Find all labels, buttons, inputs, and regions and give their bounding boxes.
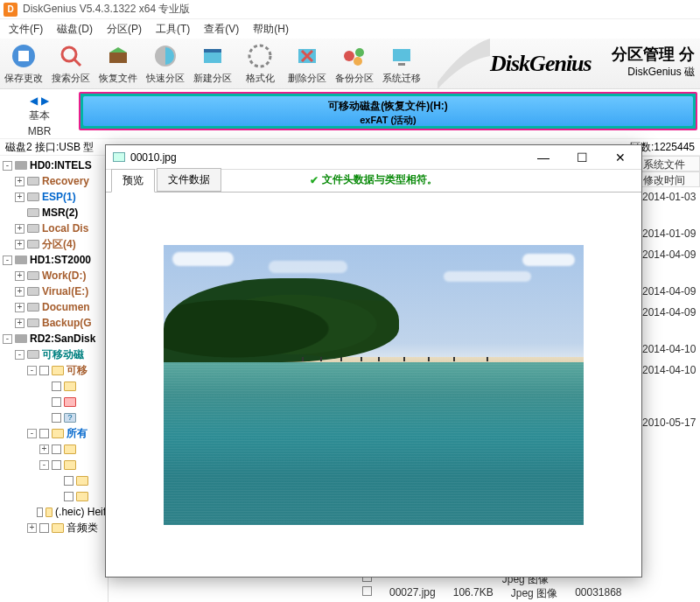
tree-node[interactable]: +Recovery (0, 173, 108, 189)
tree-label: Recovery (42, 175, 89, 187)
checkbox[interactable] (39, 366, 49, 375)
tree-node[interactable]: +Local Dis (0, 220, 108, 236)
partition-strip[interactable]: 可移动磁盘(恢复文件)(H:) exFAT (活动) (79, 89, 700, 138)
checkbox[interactable] (52, 382, 61, 391)
menu-4[interactable]: 查看(V) (199, 20, 244, 38)
toolbar-migrate-button[interactable]: 系统迁移 (378, 38, 425, 88)
tree-node[interactable]: + (0, 441, 108, 457)
col-mtime[interactable]: 修改时间 (639, 172, 700, 187)
menu-3[interactable]: 工具(T) (150, 20, 195, 38)
toolbar-save-button[interactable]: 保存更改 (0, 38, 47, 88)
minimize-button[interactable]: — (524, 145, 563, 170)
tree-node[interactable]: -可移动磁 (0, 346, 108, 362)
tab-preview[interactable]: 预览 (111, 169, 155, 192)
expand-icon[interactable]: - (3, 256, 12, 265)
nav-next-icon[interactable]: ▶ (41, 94, 49, 107)
vol-icon (27, 240, 39, 248)
expand-icon[interactable]: + (15, 287, 24, 297)
tree-label: RD2:SanDisk (30, 332, 95, 345)
checkbox[interactable] (37, 508, 43, 517)
file-date: 2014-04-09 (639, 303, 700, 324)
toolbar-format-button[interactable]: 格式化 (236, 38, 284, 88)
tree-node[interactable]: MSR(2) (0, 205, 108, 220)
tree-node[interactable]: +Work(D:) (0, 268, 108, 284)
expand-icon[interactable]: - (3, 334, 12, 344)
file-date: 2010-05-17 (639, 413, 700, 434)
tree-node[interactable]: ? (0, 410, 108, 425)
preview-titlebar[interactable]: 00010.jpg — ☐ ✕ (106, 145, 641, 170)
menu-2[interactable]: 分区(P) (102, 20, 147, 38)
svg-rect-2 (109, 52, 127, 63)
nav-prev-icon[interactable]: ◀ (30, 94, 38, 107)
fol-icon (64, 382, 76, 391)
tree-node[interactable] (0, 488, 108, 504)
checkbox[interactable] (52, 413, 61, 423)
toolbar-quick-button[interactable]: 快速分区 (142, 38, 189, 88)
col-sysfile[interactable]: 系统文件 (639, 156, 700, 172)
backup-icon (340, 42, 368, 70)
vol-icon (27, 271, 39, 280)
close-button[interactable]: ✕ (601, 145, 640, 170)
expand-icon[interactable]: + (15, 177, 24, 186)
file-num: 00031868 (575, 586, 621, 600)
checkbox[interactable] (52, 460, 61, 470)
toolbar-backup-button[interactable]: 备份分区 (331, 38, 378, 88)
vol-icon (27, 303, 39, 312)
checkbox[interactable] (362, 586, 372, 596)
expand-icon[interactable]: + (15, 318, 24, 328)
expand-icon[interactable]: + (15, 240, 24, 249)
tree-node[interactable]: +分区(4) (0, 236, 108, 252)
checkbox[interactable] (39, 523, 49, 533)
expand-icon[interactable]: + (27, 523, 37, 533)
tree-node[interactable] (0, 378, 108, 394)
expand-icon[interactable]: - (27, 366, 37, 375)
tree-node[interactable]: (.heic) Heif-Heic 图像 (0, 504, 108, 520)
checkbox[interactable] (64, 492, 74, 501)
disk-tree[interactable]: -HD0:INTELS+Recovery+ESP(1)MSR(2)+Local … (0, 156, 108, 602)
expand-icon[interactable]: + (39, 444, 49, 454)
menu-1[interactable]: 磁盘(D) (52, 20, 98, 38)
tree-node[interactable]: +Backup(G (0, 315, 108, 331)
tree-node[interactable]: +Documen (0, 299, 108, 315)
expand-icon[interactable]: + (15, 303, 24, 312)
toolbar-new-button[interactable]: 新建分区 (189, 38, 236, 88)
tree-node[interactable]: +ESP(1) (0, 189, 108, 205)
brand-logo: DiskGenius (490, 51, 592, 77)
toolbar-delete-button[interactable]: 删除分区 (284, 38, 331, 88)
tree-node[interactable] (0, 472, 108, 488)
file-date: 2014-04-09 (639, 245, 700, 266)
file-type: Jpeg 图像 (511, 586, 557, 600)
maximize-button[interactable]: ☐ (563, 145, 601, 170)
expand-icon[interactable]: - (3, 161, 12, 171)
tree-label: Local Dis (42, 222, 88, 234)
checkbox[interactable] (64, 476, 74, 486)
tab-filedata[interactable]: 文件数据 (157, 168, 221, 192)
expand-icon[interactable]: - (39, 460, 49, 470)
tree-node[interactable]: +Virual(E:) (0, 284, 108, 299)
tree-node[interactable]: -所有 (0, 425, 108, 441)
expand-icon[interactable]: + (15, 224, 24, 234)
tree-node[interactable] (0, 394, 108, 410)
tree-node[interactable]: -可移 (0, 362, 108, 378)
menu-5[interactable]: 帮助(H) (248, 20, 294, 38)
tree-node[interactable]: -HD0:INTELS (0, 158, 108, 173)
toolbar-label: 删除分区 (284, 72, 331, 85)
disk-overview: ◀ ▶ 基本 MBR 可移动磁盘(恢复文件)(H:) exFAT (活动) (0, 89, 700, 138)
vol-icon (27, 350, 39, 359)
vol-icon (27, 318, 39, 327)
expand-icon[interactable]: + (15, 192, 24, 202)
tree-node[interactable]: - (0, 457, 108, 472)
expand-icon[interactable]: - (27, 429, 37, 438)
tree-node[interactable]: +音频类 (0, 520, 108, 536)
tree-node[interactable]: -HD1:ST2000 (0, 252, 108, 268)
toolbar-search-button[interactable]: 搜索分区 (47, 38, 94, 88)
toolbar-recover-button[interactable]: 恢复文件 (94, 38, 142, 88)
tree-node[interactable]: -RD2:SanDisk (0, 331, 108, 346)
file-row[interactable]: 00027.jpg106.7KBJpeg 图像00031868 (362, 586, 622, 600)
expand-icon[interactable]: + (15, 271, 24, 281)
checkbox[interactable] (52, 444, 61, 454)
menu-0[interactable]: 文件(F) (4, 20, 48, 38)
checkbox[interactable] (52, 397, 61, 407)
checkbox[interactable] (39, 429, 49, 438)
expand-icon[interactable]: - (15, 350, 24, 360)
